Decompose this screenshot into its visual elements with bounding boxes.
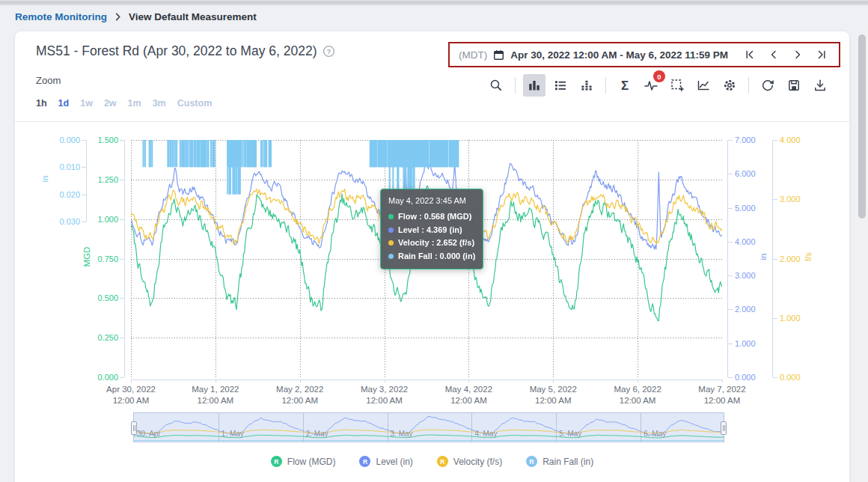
x-axis-label: Apr 30, 202212:00 AM [94, 384, 168, 406]
zoom-presets: 1h1d1w2w1m3mCustom [36, 98, 212, 109]
x-axis-label: May 1, 202212:00 AM [178, 384, 253, 406]
legend-item-level[interactable]: RLevel (in) [359, 456, 412, 467]
zoom-preset-custom: Custom [177, 98, 213, 109]
tooltip-date: May 4, 2022 3:45 AM [388, 196, 475, 205]
x-axis-tick [638, 379, 638, 382]
zoom-preset-1h[interactable]: 1h [36, 98, 47, 109]
legend-label: Velocity (f/s) [453, 457, 502, 467]
download-icon[interactable] [809, 74, 831, 97]
legend-label: Flow (MGD) [287, 457, 336, 467]
column-chart-view-icon[interactable] [523, 74, 545, 97]
zoom-preset-2w: 2w [104, 98, 117, 109]
scrollbar-thumb[interactable] [858, 34, 866, 219]
trend-line-icon[interactable] [692, 74, 715, 97]
axis-title-velocity: f/s [804, 234, 813, 279]
axis-tick-mark [773, 318, 777, 319]
legend-item-rain[interactable]: RRain Fall (in) [526, 456, 593, 467]
axis-line-flow [124, 140, 125, 377]
axis-tick-label-flow: 0.000 [66, 373, 118, 382]
select-region-icon[interactable] [666, 74, 688, 97]
x-axis-label: May 2, 202212:00 AM [263, 384, 337, 406]
save-icon[interactable] [783, 74, 805, 97]
stacked-column-view-icon[interactable] [575, 74, 598, 97]
signal-alerts-icon[interactable]: 0 [640, 74, 662, 97]
chart-toolbar: Σ 0 [485, 74, 831, 97]
axis-tick-label-rain: 0.010 [28, 162, 80, 171]
page-title: MS51 - Forest Rd (Apr 30, 2022 to May 6,… [36, 43, 335, 59]
tooltip-row-level: Level : 4.369 (in) [388, 224, 475, 237]
legend-badge: R [526, 456, 537, 467]
axis-tick-mark [120, 259, 124, 260]
legend-item-velocity[interactable]: RVelocity (f/s) [437, 456, 502, 467]
summation-icon[interactable]: Σ [614, 74, 636, 97]
x-axis-tick [385, 379, 385, 382]
axis-tick-mark [120, 219, 124, 220]
settings-gear-icon[interactable] [718, 74, 741, 97]
measurement-card: MS51 - Forest Rd (Apr 30, 2022 to May 6,… [15, 31, 849, 482]
axis-tick-label-flow: 1.500 [66, 135, 118, 144]
axis-tick-label-velocity: 1.000 [780, 314, 832, 323]
last-page-button[interactable] [813, 46, 830, 63]
axis-title-level: in [759, 234, 768, 279]
list-view-icon[interactable] [549, 74, 572, 97]
axis-tick-mark [773, 377, 777, 378]
axis-line-level [727, 140, 728, 377]
refresh-icon[interactable] [757, 74, 779, 97]
axis-tick-label-flow: 0.250 [66, 333, 118, 342]
zoom-preset-1d[interactable]: 1d [58, 98, 70, 109]
axis-tick-mark [773, 140, 777, 141]
chart-tooltip: May 4, 2022 3:45 AM Flow : 0.568 (MGD)Le… [380, 189, 483, 269]
x-axis-tick [131, 379, 132, 382]
page-title-text: MS51 - Forest Rd (Apr 30, 2022 to May 6,… [36, 43, 317, 59]
axis-tick-label-flow: 1.000 [66, 215, 118, 224]
x-axis-line [131, 379, 723, 380]
search-icon[interactable] [485, 74, 507, 97]
axis-tick-mark [728, 174, 733, 174]
date-range-picker[interactable]: (MDT) Apr 30, 2022 12:00 AM - May 6, 202… [448, 42, 840, 67]
legend-badge: R [359, 456, 370, 467]
breadcrumb-chevron-icon [114, 13, 122, 21]
x-axis-label: May 5, 202212:00 AM [516, 384, 590, 406]
axis-title-rain: in [40, 156, 49, 201]
tooltip-row-rain-fall: Rain Fall : 0.000 (in) [388, 250, 475, 263]
navigator-right-handle[interactable] [721, 421, 727, 435]
breadcrumb-link-remote-monitoring[interactable]: Remote Monitoring [15, 11, 107, 22]
navigator-label: 3. May [391, 430, 413, 438]
axis-tick-label-level: 6.000 [735, 169, 787, 178]
zoom-section-label: Zoom [36, 75, 61, 86]
axis-tick-mark [728, 208, 733, 209]
previous-button[interactable] [765, 46, 782, 63]
axis-tick-label-flow: 0.500 [66, 293, 118, 302]
date-range-text: Apr 30, 2022 12:00 AM - May 6, 2022 11:5… [510, 49, 728, 61]
axis-tick-label-flow: 0.750 [66, 254, 118, 263]
legend-label: Level (in) [376, 457, 412, 467]
axis-tick-mark [728, 275, 733, 276]
timezone-label: (MDT) [459, 49, 487, 61]
chart-legend: RFlow (MGD)RLevel (in)RVelocity (f/s)RRa… [15, 456, 849, 467]
navigator-label: 4. May [474, 430, 497, 438]
next-button[interactable] [789, 46, 806, 63]
x-axis-label: May 7, 202212:00 AM [685, 384, 760, 406]
axis-tick-mark [728, 140, 733, 141]
zoom-preset-1w: 1w [80, 98, 93, 109]
legend-item-flow[interactable]: RFlow (MGD) [271, 456, 336, 467]
range-navigator[interactable]: 30. Apr1. May2. May3. May4. May5. May6. … [133, 412, 724, 442]
axis-tick-mark [120, 338, 124, 338]
axis-tick-mark [728, 242, 733, 242]
axis-tick-mark [120, 140, 124, 141]
navigator-left-handle[interactable] [131, 421, 137, 435]
alerts-count-badge: 0 [653, 70, 665, 82]
zoom-preset-1m: 1m [128, 98, 141, 109]
help-icon[interactable]: ? [323, 45, 335, 58]
x-axis-tick [553, 379, 554, 382]
window-top-shadow [0, 0, 868, 6]
navigator-label: 1. May [221, 430, 244, 438]
axis-tick-mark [82, 167, 86, 168]
first-page-button[interactable] [742, 46, 758, 63]
scrollbar-track[interactable] [856, 30, 868, 482]
axis-title-flow: MGD [82, 234, 91, 279]
toolbar-separator [748, 77, 749, 94]
axis-tick-mark [728, 344, 733, 344]
breadcrumb-current: View Default Measurement [129, 11, 257, 22]
navigator-label: 5. May [559, 430, 581, 438]
